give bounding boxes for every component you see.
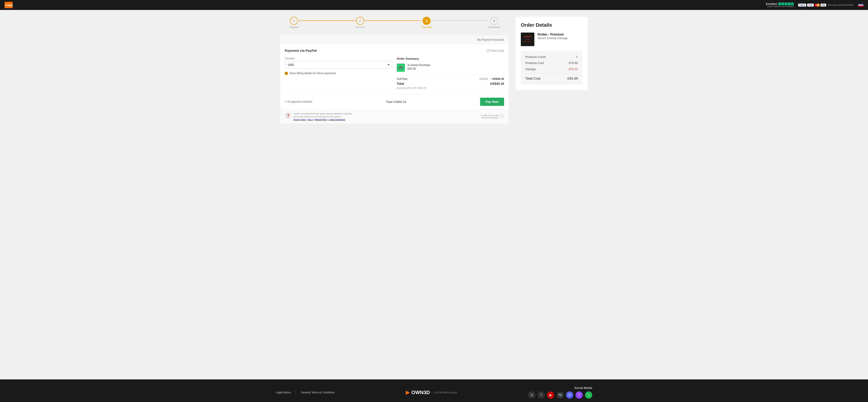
- total-cost-line: Total Cost €35.49: [525, 76, 578, 80]
- total-row: Total US$40.16: [397, 82, 504, 86]
- svg-text:OWN3D: OWN3D: [5, 4, 13, 7]
- subtotal-row: SubTotal €35.49 → US$40.16: [397, 77, 504, 81]
- footer-divider: |: [432, 391, 433, 395]
- footer-links: Legal Notice | General Terms & Condition…: [276, 391, 335, 395]
- save-billing-label: Save billing details for future payments: [289, 72, 336, 75]
- shield-icon: 🛡: [500, 114, 504, 119]
- step-circle-account: [356, 17, 364, 25]
- subtotal-old: €35.49: [479, 77, 488, 81]
- connector-2: [365, 20, 422, 21]
- my-payment-accounts-link[interactable]: My Payment Accounts: [477, 38, 504, 41]
- connector-1: [299, 20, 355, 21]
- step-circle-register: [290, 17, 298, 25]
- xsolla-avatar-icon: ❓: [285, 112, 291, 119]
- summary-box: Products Count 1 Products Cost €70.99 Sa…: [521, 51, 582, 85]
- payment-card: My Payment Accounts Payment via PayPal ?…: [280, 35, 508, 123]
- footer-logo-row: ▶ OWN3D | A STREAM.tv Brand: [406, 390, 457, 396]
- footer-separator-1: |: [296, 391, 296, 395]
- order-item-price: €35.49: [408, 67, 504, 70]
- left-content: Register Account 3 Payment: [280, 17, 508, 373]
- products-cost-line: Products Cost €70.99: [525, 61, 578, 65]
- more-payment-text: +655 other payment Methods: [827, 4, 854, 6]
- paypal-icon: PayPal: [798, 4, 806, 6]
- currency-label: Currency: [285, 57, 392, 60]
- svg-text:LINKS: LINKS: [526, 39, 530, 40]
- savings-label: Savings: [525, 67, 536, 71]
- in-game-icon: 🎮: [397, 64, 405, 72]
- step-number-download: 4: [493, 19, 495, 23]
- save-billing-checkbox[interactable]: [285, 72, 288, 75]
- savings-line: Savings - €35.50: [525, 67, 578, 71]
- products-cost-value: €70.99: [569, 61, 578, 65]
- summary-box-divider: [525, 73, 578, 74]
- pay-now-button[interactable]: Pay Now: [480, 98, 504, 106]
- subtotal-new: US$40.16: [492, 77, 504, 81]
- total-amount-label: Total US$40.16: [386, 100, 406, 103]
- footer-top: Legal Notice | General Terms & Condition…: [276, 386, 592, 402]
- product-sub: Stream Overlay Package: [537, 37, 582, 40]
- nav-right: Excellent 2,826 reviews on ★ Trustpilot …: [766, 2, 864, 7]
- order-item-name: In-Game Purchase: [408, 64, 504, 67]
- right-summary: Order Summary 🎮 In-Game Purchase €35.49 …: [397, 57, 504, 89]
- payment-via-text: Payment via PayPal: [285, 49, 317, 53]
- pay-icon: Pay: [820, 4, 826, 6]
- social-label: Social Media: [575, 386, 592, 390]
- step-download: 4 Download: [489, 17, 500, 29]
- currency-select[interactable]: USD EUR GBP: [285, 61, 392, 68]
- step-number-payment: 3: [426, 19, 428, 23]
- product-thumbnail: RODAN LINKS: [521, 33, 534, 46]
- total-cost-label: Total Cost: [525, 76, 540, 80]
- svg-rect-5: [523, 41, 532, 41]
- products-cost-label: Products Cost: [525, 61, 544, 65]
- payment-bottom-bar: < To payment methods Total US$40.16 Pay …: [280, 94, 508, 110]
- payment-body: Payment via PayPal ? How to pay Currency…: [280, 44, 508, 94]
- spotify-icon[interactable]: ♫: [585, 391, 592, 399]
- legal-notice-link[interactable]: Legal Notice: [276, 391, 291, 394]
- connector-3: [432, 20, 489, 21]
- back-to-payment-methods-link[interactable]: < To payment methods: [285, 100, 312, 103]
- subtotal-label: SubTotal: [397, 77, 407, 81]
- step-label-download: Download: [489, 26, 500, 29]
- step-circle-download: 4: [490, 17, 498, 25]
- products-count-line: Products Count 1: [525, 55, 578, 59]
- svg-text:RODAN: RODAN: [524, 35, 531, 38]
- terms-link[interactable]: General Terms & Conditions: [301, 391, 335, 394]
- youtube-icon[interactable]: ▶: [547, 391, 554, 399]
- subtotal-values: €35.49 → US$40.16: [479, 77, 504, 81]
- mastercard-icon: MC: [815, 4, 819, 6]
- left-form: Currency USD EUR GBP Save billing detail…: [285, 57, 392, 89]
- xsolla-right: © 2006-2022 Xsolla Secure Connection 🛡: [481, 114, 504, 119]
- footer-logo-icon: ▶: [406, 390, 410, 396]
- products-count-label: Products Count: [525, 55, 546, 59]
- trustpilot-reviews: 2,826 reviews on ★ Trustpilot: [767, 5, 794, 7]
- refund-policy-link[interactable]: Refund Policy: [315, 119, 327, 121]
- how-to-pay-label: How to pay: [491, 49, 504, 52]
- payment-header-row: Payment via PayPal ? How to pay: [285, 49, 504, 53]
- save-checkbox: Save billing details for future payments: [285, 72, 392, 75]
- language-flag-icon[interactable]: [858, 3, 864, 7]
- footer-brand-sub: A STREAM.tv Brand: [434, 391, 457, 394]
- eula-link[interactable]: EULA: [308, 119, 313, 121]
- step-label-register: Register: [289, 26, 299, 29]
- footer-logo-center: ▶ OWN3D | A STREAM.tv Brand: [406, 390, 457, 396]
- discord-icon[interactable]: D: [566, 391, 573, 399]
- summary-divider-1: [397, 75, 504, 75]
- how-to-pay[interactable]: ? How to pay: [487, 49, 504, 52]
- main-wrapper: Register Account 3 Payment: [276, 10, 592, 379]
- product-info: Rodan - Premium Stream Overlay Package: [537, 33, 582, 40]
- twitch-icon[interactable]: T: [576, 391, 583, 399]
- product-row: RODAN LINKS Rodan - Premium Stream Overl…: [521, 33, 582, 46]
- checkmark-icon-2: [359, 19, 362, 23]
- order-summary-title: Order Summary: [397, 57, 504, 60]
- step-label-payment: Payment: [422, 26, 431, 29]
- privacy-policy-link[interactable]: Privacy Policy: [293, 119, 306, 121]
- trustpilot-excellent: Excellent: [766, 2, 777, 5]
- social-section: Social Media 𝕏 f ▶ 📷 D T ♫: [528, 386, 592, 399]
- legal-agreements-link[interactable]: Legal Agreements: [329, 119, 345, 121]
- instagram-icon[interactable]: 📷: [557, 391, 564, 399]
- logo-area[interactable]: OWN3D: [4, 2, 13, 8]
- facebook-icon[interactable]: f: [537, 391, 545, 399]
- stepper: Register Account 3 Payment: [280, 17, 508, 29]
- twitter-icon[interactable]: 𝕏: [528, 391, 535, 399]
- step-circle-payment: 3: [423, 17, 431, 25]
